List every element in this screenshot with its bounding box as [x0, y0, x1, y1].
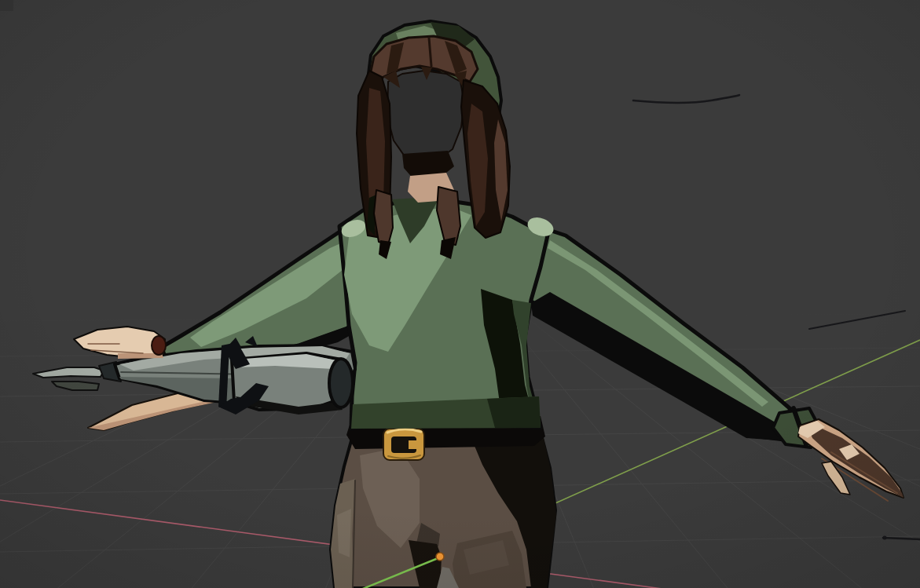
viewport-canvas[interactable]	[0, 0, 920, 588]
vignette-overlay	[0, 0, 920, 588]
blender-3d-viewport[interactable]	[0, 0, 920, 588]
